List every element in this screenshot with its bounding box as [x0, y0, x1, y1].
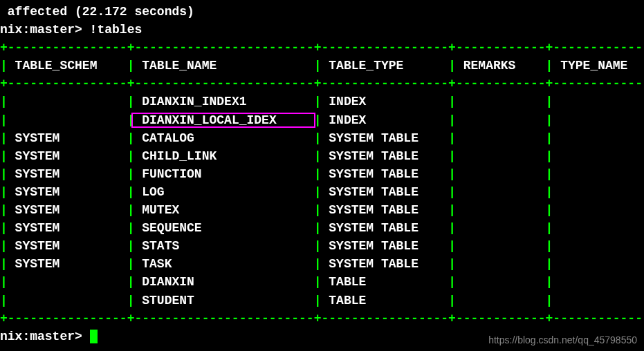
cursor — [90, 330, 98, 343]
table-separator: +----------------+----------------------… — [0, 310, 644, 328]
table-header-row: | TABLE_SCHEM | TABLE_NAME | TABLE_TYPE … — [0, 57, 644, 75]
table-row: | SYSTEM | STATS | SYSTEM TABLE | | | — [0, 237, 644, 255]
table-row: | | DIANXIN_LOCAL_IDEX | INDEX | | | — [0, 111, 644, 129]
table-separator: +----------------+----------------------… — [0, 75, 644, 93]
table-row: | SYSTEM | SEQUENCE | SYSTEM TABLE | | | — [0, 219, 644, 237]
table-row: | SYSTEM | LOG | SYSTEM TABLE | | | — [0, 183, 644, 201]
terminal-output: affected (22.172 seconds)nix:master> !ta… — [0, 3, 644, 345]
table-row: | | DIANXIN_INDEX1 | INDEX | | | — [0, 93, 644, 111]
table-row: | SYSTEM | CATALOG | SYSTEM TABLE | | | — [0, 129, 644, 147]
table-row: | SYSTEM | MUTEX | SYSTEM TABLE | | | — [0, 201, 644, 219]
table-row: | SYSTEM | FUNCTION | SYSTEM TABLE | | | — [0, 165, 644, 183]
table-row: | | STUDENT | TABLE | | | — [0, 292, 644, 310]
table-row: | | DIANXIN | TABLE | | | — [0, 273, 644, 291]
prompt-line[interactable]: nix:master> !tables — [0, 21, 644, 39]
watermark-text: https://blog.csdn.net/qq_45798550 — [488, 334, 637, 345]
table-row: | SYSTEM | TASK | SYSTEM TABLE | | | — [0, 255, 644, 273]
table-separator: +----------------+----------------------… — [0, 39, 644, 57]
table-row: | SYSTEM | CHILD_LINK | SYSTEM TABLE | |… — [0, 147, 644, 165]
status-line: affected (22.172 seconds) — [0, 3, 644, 21]
